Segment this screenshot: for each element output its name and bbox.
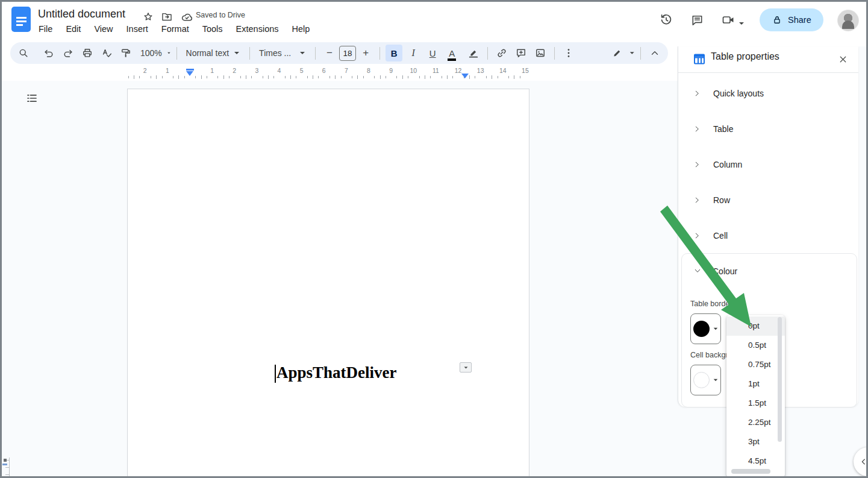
ruler-tick — [514, 75, 514, 79]
text-cursor — [275, 365, 276, 383]
ruler-tick — [184, 76, 185, 78]
paragraph-style-select[interactable]: Normal text — [183, 45, 245, 61]
menu-item[interactable]: Extensions — [231, 23, 284, 35]
document-page[interactable]: AppsThatDeliver — [127, 89, 529, 478]
panel-section-row[interactable]: Column — [678, 146, 858, 182]
insert-link-icon[interactable] — [493, 45, 510, 61]
decrease-font-size-button[interactable]: − — [321, 45, 338, 61]
dropdown-horizontal-scrollbar[interactable] — [731, 469, 770, 474]
version-history-icon[interactable] — [657, 11, 675, 29]
cell-background-swatch — [693, 372, 710, 388]
ruler-tick — [151, 76, 151, 78]
ruler-tick — [318, 76, 319, 78]
section-label: Quick layouts — [713, 89, 764, 98]
close-panel-icon[interactable] — [834, 50, 852, 68]
panel-section-row[interactable]: Quick layouts — [678, 75, 858, 111]
ruler-number: 12 — [455, 67, 462, 74]
chevron-right-icon — [693, 160, 701, 169]
dropdown-vertical-scrollbar[interactable] — [778, 317, 782, 442]
document-text[interactable]: AppsThatDeliver — [276, 363, 397, 382]
chevron-right-icon — [693, 231, 701, 240]
paint-format-icon[interactable] — [117, 45, 134, 61]
search-icon[interactable] — [15, 45, 32, 61]
ruler-tick — [357, 75, 358, 79]
table-border-label: Table border — [690, 300, 732, 308]
ruler-tick — [498, 76, 498, 78]
document-title[interactable]: Untitled document — [38, 8, 125, 20]
menu-item[interactable]: Format — [156, 23, 195, 35]
editing-mode-select[interactable] — [612, 45, 635, 61]
font-size-input[interactable]: 18 — [339, 46, 356, 61]
right-indent-marker[interactable] — [461, 74, 469, 78]
menu-item[interactable]: Help — [287, 23, 316, 35]
border-width-option[interactable]: 0.75pt — [726, 355, 785, 374]
left-indent-marker[interactable] — [186, 71, 193, 76]
undo-icon[interactable] — [40, 45, 57, 61]
avatar[interactable] — [837, 10, 859, 31]
print-icon[interactable] — [79, 45, 96, 61]
menu-item[interactable]: View — [89, 23, 118, 35]
table-quick-menu-button[interactable] — [460, 362, 472, 373]
border-width-option[interactable]: 1.5pt — [726, 394, 785, 413]
cell-background-color-picker[interactable] — [690, 365, 721, 395]
ruler-tick — [408, 76, 408, 78]
zoom-select[interactable]: 100% — [140, 45, 171, 61]
bold-button[interactable]: B — [386, 45, 402, 61]
ruler-number: 14 — [499, 67, 507, 74]
first-line-indent-marker[interactable] — [186, 69, 194, 71]
redo-icon[interactable] — [60, 45, 76, 61]
document-canvas: AppsThatDeliver — [2, 81, 678, 478]
share-button[interactable]: Share — [760, 8, 823, 31]
italic-button[interactable]: I — [405, 45, 422, 61]
table-border-color-picker[interactable] — [690, 313, 721, 344]
ruler-tick — [201, 75, 202, 79]
document-outline-icon[interactable] — [25, 91, 39, 108]
highlight-color-icon[interactable] — [465, 45, 482, 61]
chevron-right-icon — [693, 196, 701, 204]
meet-dropdown-caret-icon[interactable] — [738, 17, 745, 28]
ruler-number: 7 — [345, 67, 348, 74]
border-width-option[interactable]: 0.5pt — [726, 336, 785, 355]
menu-item[interactable]: Insert — [121, 23, 154, 35]
border-width-option[interactable]: 1pt — [726, 374, 785, 394]
ruler-tick — [442, 76, 442, 78]
panel-section-row[interactable]: Table — [678, 111, 858, 146]
border-width-option[interactable]: 2.25pt — [726, 413, 785, 432]
ruler-number: 4 — [278, 67, 281, 74]
colour-section-label[interactable]: Colour — [713, 266, 737, 276]
insert-image-icon[interactable] — [532, 45, 549, 61]
menu-item[interactable]: File — [33, 23, 58, 35]
text-color-button[interactable]: A — [443, 45, 460, 61]
ruler-tick — [492, 75, 492, 79]
docs-logo-icon[interactable] — [11, 7, 31, 32]
menu-item[interactable]: Tools — [197, 23, 228, 35]
font-select[interactable]: Times ... — [255, 45, 310, 61]
ruler-number: 2 — [143, 67, 147, 74]
toolbar-divider — [176, 47, 177, 60]
increase-font-size-button[interactable]: + — [357, 45, 374, 61]
ruler-tick — [430, 76, 431, 78]
ruler-tick — [296, 76, 296, 78]
chevron-right-icon — [693, 125, 701, 133]
more-options-icon[interactable] — [560, 45, 577, 61]
border-width-option[interactable]: 3pt — [726, 432, 785, 451]
panel-section-row[interactable]: Cell — [678, 218, 858, 253]
menu-item[interactable]: Edit — [60, 23, 86, 35]
chevron-down-icon[interactable] — [693, 266, 702, 277]
ruler[interactable]: 21123456789101112131415 — [2, 64, 678, 81]
border-width-option[interactable]: 4.5pt — [726, 451, 785, 471]
border-width-option[interactable]: 0pt — [726, 316, 785, 336]
panel-section-row[interactable]: Row — [678, 182, 858, 218]
ruler-tick — [268, 75, 269, 79]
ruler-tick — [396, 76, 397, 78]
hide-menus-icon[interactable] — [646, 45, 663, 61]
ruler-tick — [352, 76, 352, 78]
docs-logo-line — [16, 24, 23, 26]
comments-icon[interactable] — [688, 11, 706, 29]
ruler-tick — [307, 76, 308, 78]
meet-camera-icon[interactable] — [719, 11, 737, 29]
toolbar: 100% Normal text Times ... − 18 + B I U … — [10, 42, 668, 64]
spell-check-icon[interactable] — [98, 45, 115, 61]
underline-button[interactable]: U — [424, 45, 441, 61]
add-comment-icon[interactable] — [513, 45, 529, 61]
